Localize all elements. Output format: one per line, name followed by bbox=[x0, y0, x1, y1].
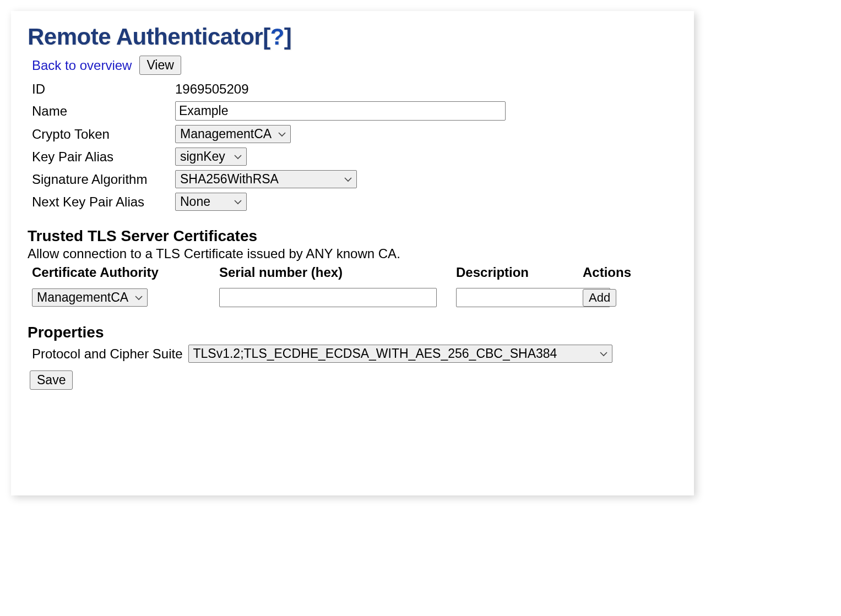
protocol-cipher-select[interactable]: TLSv1.2;TLS_ECDHE_ECDSA_WITH_AES_256_CBC… bbox=[188, 345, 612, 363]
col-header-serial: Serial number (hex) bbox=[219, 265, 456, 280]
tls-ca-select[interactable]: ManagementCA bbox=[32, 288, 148, 307]
row-next-key-pair-alias: Next Key Pair Alias None bbox=[32, 193, 677, 211]
signature-algorithm-value: SHA256WithRSA bbox=[180, 172, 279, 187]
save-button[interactable]: Save bbox=[30, 370, 73, 390]
crypto-token-label: Crypto Token bbox=[32, 127, 175, 142]
chevron-down-icon bbox=[234, 154, 242, 160]
tls-ca-value: ManagementCA bbox=[37, 290, 128, 305]
next-key-pair-alias-label: Next Key Pair Alias bbox=[32, 194, 175, 210]
title-text: Remote Authenticator bbox=[28, 24, 263, 50]
chevron-down-icon bbox=[344, 177, 352, 182]
key-pair-alias-value: signKey bbox=[180, 149, 225, 164]
help-bracket-open: [ bbox=[263, 24, 270, 50]
key-pair-alias-select[interactable]: signKey bbox=[175, 148, 247, 166]
next-key-pair-alias-select[interactable]: None bbox=[175, 193, 247, 211]
protocol-cipher-label: Protocol and Cipher Suite bbox=[32, 346, 183, 362]
properties-heading: Properties bbox=[28, 324, 677, 341]
chevron-down-icon bbox=[600, 351, 607, 357]
serial-number-input[interactable] bbox=[219, 288, 437, 307]
help-bracket-close: ] bbox=[284, 24, 292, 50]
signature-algorithm-select[interactable]: SHA256WithRSA bbox=[175, 170, 357, 188]
row-key-pair-alias: Key Pair Alias signKey bbox=[32, 148, 677, 166]
id-value: 1969505209 bbox=[175, 81, 248, 97]
chevron-down-icon bbox=[234, 199, 242, 205]
top-row: Back to overview View bbox=[32, 56, 677, 75]
next-key-pair-alias-value: None bbox=[180, 194, 210, 209]
tls-heading: Trusted TLS Server Certificates bbox=[28, 227, 677, 245]
view-button[interactable]: View bbox=[139, 56, 181, 75]
chevron-down-icon bbox=[135, 295, 143, 301]
row-signature-algorithm: Signature Algorithm SHA256WithRSA bbox=[32, 170, 677, 188]
help-link[interactable]: ? bbox=[270, 24, 284, 50]
tls-table: Certificate Authority Serial number (hex… bbox=[32, 265, 677, 307]
col-header-actions: Actions bbox=[583, 265, 654, 280]
protocol-cipher-value: TLSv1.2;TLS_ECDHE_ECDSA_WITH_AES_256_CBC… bbox=[193, 346, 557, 361]
form-rows: ID 1969505209 Name Crypto Token Manageme… bbox=[32, 81, 677, 211]
row-crypto-token: Crypto Token ManagementCA bbox=[32, 125, 677, 143]
row-id: ID 1969505209 bbox=[32, 81, 677, 97]
page-title: Remote Authenticator[?] bbox=[28, 24, 677, 50]
row-protocol-cipher: Protocol and Cipher Suite TLSv1.2;TLS_EC… bbox=[32, 345, 677, 363]
save-row: Save bbox=[30, 370, 677, 390]
name-label: Name bbox=[32, 103, 175, 119]
key-pair-alias-label: Key Pair Alias bbox=[32, 149, 175, 165]
id-label: ID bbox=[32, 81, 175, 97]
signature-algorithm-label: Signature Algorithm bbox=[32, 172, 175, 187]
add-button[interactable]: Add bbox=[583, 289, 616, 307]
crypto-token-select[interactable]: ManagementCA bbox=[175, 125, 291, 143]
tls-subtext: Allow connection to a TLS Certificate is… bbox=[28, 246, 677, 261]
back-to-overview-link[interactable]: Back to overview bbox=[32, 58, 132, 73]
crypto-token-value: ManagementCA bbox=[180, 127, 272, 141]
tls-input-row: ManagementCA Add bbox=[32, 288, 677, 307]
row-name: Name bbox=[32, 101, 677, 121]
col-header-ca: Certificate Authority bbox=[32, 265, 219, 280]
main-panel: Remote Authenticator[?] Back to overview… bbox=[11, 11, 694, 495]
name-input[interactable] bbox=[175, 101, 506, 121]
tls-header-row: Certificate Authority Serial number (hex… bbox=[32, 265, 677, 280]
col-header-description: Description bbox=[456, 265, 583, 280]
chevron-down-icon bbox=[278, 132, 286, 137]
